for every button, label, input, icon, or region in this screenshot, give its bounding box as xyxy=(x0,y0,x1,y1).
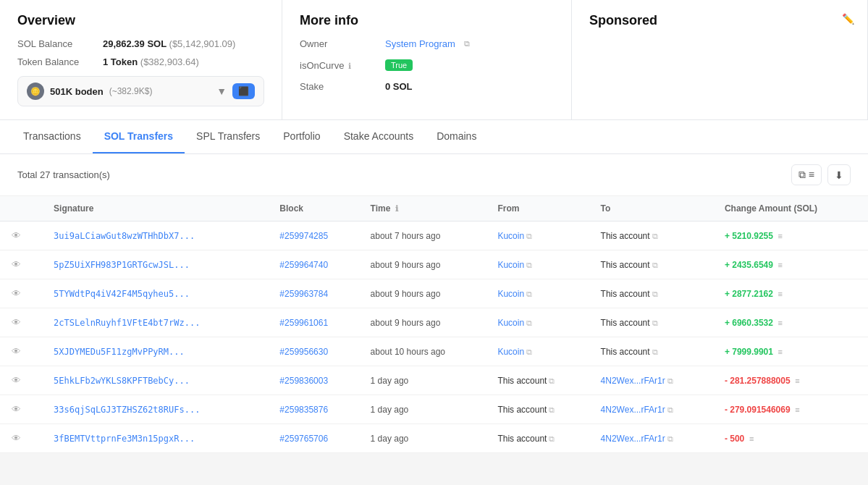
to-link[interactable]: 4N2Wex...rFAr1r xyxy=(601,434,665,444)
time-cell: 1 day ago xyxy=(362,424,489,453)
eye-cell: 👁 xyxy=(0,250,45,279)
from-copy-icon[interactable]: ⧉ xyxy=(526,232,532,240)
from-copy-icon[interactable]: ⧉ xyxy=(549,376,555,385)
from-copy-icon[interactable]: ⧉ xyxy=(526,290,532,298)
time-cell: 1 day ago xyxy=(362,395,489,424)
token-badge[interactable]: 🪙 501K boden (~382.9K$) ▼ ⬛ xyxy=(17,76,264,106)
eye-button[interactable]: 👁 xyxy=(9,229,24,242)
edit-icon[interactable]: ✏️ xyxy=(842,13,854,25)
signature-cell: 3ui9aLCiawGut8wzWTHhDbX7... xyxy=(45,222,271,250)
tab-stake-accounts[interactable]: Stake Accounts xyxy=(332,120,426,153)
from-copy-icon[interactable]: ⧉ xyxy=(549,434,555,443)
block-cell: #259964740 xyxy=(271,250,361,279)
token-action-button[interactable]: ⬛ xyxy=(232,83,255,99)
from-link[interactable]: Kucoin xyxy=(497,289,524,299)
owner-copy-icon[interactable]: ⧉ xyxy=(464,39,470,48)
table-row: 👁 3ui9aLCiawGut8wzWTHhDbX7... #259974285… xyxy=(0,222,868,250)
to-cell: This account⧉ xyxy=(592,250,716,279)
tab-transactions[interactable]: Transactions xyxy=(12,120,93,153)
table-row: 👁 3fBEMTVttprnFe3M3n15pgxR... #259765706… xyxy=(0,424,868,453)
change-value: + 7999.9901 xyxy=(725,347,773,357)
eye-cell: 👁 xyxy=(0,308,45,337)
more-info-title: More info xyxy=(300,13,554,28)
to-copy-icon[interactable]: ⧉ xyxy=(652,347,658,356)
eye-button[interactable]: 👁 xyxy=(9,345,24,358)
from-link[interactable]: Kucoin xyxy=(497,231,524,241)
token-name: 501K boden xyxy=(50,86,104,97)
to-copy-icon[interactable]: ⧉ xyxy=(652,290,658,298)
block-link[interactable]: #259961061 xyxy=(279,318,328,328)
eye-button[interactable]: 👁 xyxy=(9,316,24,329)
from-copy-icon[interactable]: ⧉ xyxy=(549,405,555,414)
owner-link[interactable]: System Program xyxy=(385,38,455,49)
to-copy-icon[interactable]: ⧉ xyxy=(667,434,673,443)
block-link[interactable]: #259963784 xyxy=(279,289,328,299)
is-on-curve-row: isOnCurve ℹ True xyxy=(300,59,554,71)
from-copy-icon[interactable]: ⧉ xyxy=(526,319,532,327)
signature-link[interactable]: 5EhkLFb2wYKLS8KPFTBebCy... xyxy=(54,376,190,386)
block-link[interactable]: #259974285 xyxy=(279,231,328,241)
token-badge-icon: 🪙 xyxy=(27,83,44,100)
signature-link[interactable]: 3ui9aLCiawGut8wzWTHhDbX7... xyxy=(54,231,195,241)
from-copy-icon[interactable]: ⧉ xyxy=(526,347,532,356)
signature-link[interactable]: 33s6qjSqLGJ3TZHSZ62t8RUFs... xyxy=(54,405,200,415)
eye-button[interactable]: 👁 xyxy=(9,374,24,387)
download-button[interactable]: ⬇ xyxy=(827,164,851,185)
change-icon: ≡ xyxy=(795,376,799,385)
tab-sol-transfers[interactable]: SOL Transfers xyxy=(93,120,185,153)
to-copy-icon[interactable]: ⧉ xyxy=(667,376,673,385)
from-cell: Kucoin⧉ xyxy=(489,337,591,366)
eye-button[interactable]: 👁 xyxy=(9,431,24,445)
eye-button[interactable]: 👁 xyxy=(9,258,24,271)
to-cell: This account⧉ xyxy=(592,279,716,308)
table-row: 👁 5XJDYMEDu5F11zgMvPPyRM... #259956630 a… xyxy=(0,337,868,366)
col-to: To xyxy=(592,196,716,222)
to-link[interactable]: 4N2Wex...rFAr1r xyxy=(601,405,665,415)
sol-balance-label: SOL Balance xyxy=(17,38,97,49)
block-link[interactable]: #259964740 xyxy=(279,260,328,270)
chevron-down-icon[interactable]: ▼ xyxy=(216,85,227,97)
change-cell: + 6960.3532 ≡ xyxy=(716,308,868,337)
to-cell: 4N2Wex...rFAr1r⧉ xyxy=(592,366,716,395)
tab-portfolio[interactable]: Portfolio xyxy=(271,120,332,153)
block-link[interactable]: #259835876 xyxy=(279,405,328,415)
change-icon: ≡ xyxy=(749,434,754,443)
time-cell: about 9 hours ago xyxy=(362,250,489,279)
signature-link[interactable]: 2cTSLelnRuyhf1VFtE4bt7rWz... xyxy=(54,318,200,328)
to-copy-icon[interactable]: ⧉ xyxy=(652,232,658,240)
signature-link[interactable]: 5pZ5UiXFH983P1GRTGcwJSL... xyxy=(54,260,190,270)
signature-link[interactable]: 3fBEMTVttprnFe3M3n15pgxR... xyxy=(54,434,195,444)
change-value: + 6960.3532 xyxy=(725,318,773,328)
block-link[interactable]: #259836003 xyxy=(279,376,328,386)
tab-domains[interactable]: Domains xyxy=(425,120,488,153)
is-on-curve-badge: True xyxy=(385,59,413,71)
from-copy-icon[interactable]: ⧉ xyxy=(526,261,532,269)
to-copy-icon[interactable]: ⧉ xyxy=(652,319,658,327)
eye-button[interactable]: 👁 xyxy=(9,402,24,416)
signature-link[interactable]: 5XJDYMEDu5F11zgMvPPyRM... xyxy=(54,347,185,357)
to-link[interactable]: 4N2Wex...rFAr1r xyxy=(601,376,665,386)
from-link[interactable]: Kucoin xyxy=(497,318,524,328)
filter-button[interactable]: ⧉ ≡ xyxy=(791,164,822,185)
block-cell: #259974285 xyxy=(271,222,361,250)
time-cell: about 9 hours ago xyxy=(362,308,489,337)
from-link[interactable]: Kucoin xyxy=(497,347,524,357)
eye-button[interactable]: 👁 xyxy=(9,287,24,300)
block-link[interactable]: #259765706 xyxy=(279,434,328,444)
signature-link[interactable]: 5TYWdtPq4iV42F4M5qyheu5... xyxy=(54,289,190,299)
to-copy-icon[interactable]: ⧉ xyxy=(667,405,673,414)
table-row: 👁 5TYWdtPq4iV42F4M5qyheu5... #259963784 … xyxy=(0,279,868,308)
info-icon[interactable]: ℹ xyxy=(348,62,351,70)
from-link[interactable]: Kucoin xyxy=(497,260,524,270)
from-cell: Kucoin⧉ xyxy=(489,279,591,308)
time-info-icon[interactable]: ℹ xyxy=(395,204,398,213)
to-copy-icon[interactable]: ⧉ xyxy=(652,261,658,269)
tab-spl-transfers[interactable]: SPL Transfers xyxy=(185,120,271,153)
time-value: about 7 hours ago xyxy=(371,231,441,241)
time-cell: about 7 hours ago xyxy=(362,222,489,250)
signature-cell: 5XJDYMEDu5F11zgMvPPyRM... xyxy=(45,337,271,366)
overview-title: Overview xyxy=(17,13,264,28)
signature-cell: 5pZ5UiXFH983P1GRTGcwJSL... xyxy=(45,250,271,279)
block-link[interactable]: #259956630 xyxy=(279,347,328,357)
table-body: 👁 3ui9aLCiawGut8wzWTHhDbX7... #259974285… xyxy=(0,222,868,453)
